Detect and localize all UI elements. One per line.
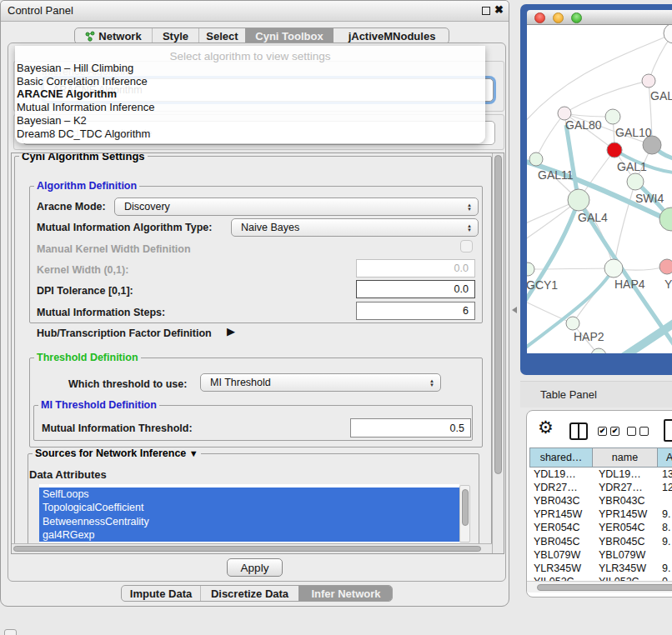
algorithm-option[interactable]: Bayesian – K2 [17, 114, 87, 128]
close-traffic-icon[interactable] [534, 12, 545, 23]
network-node[interactable] [566, 317, 579, 330]
gear-icon[interactable]: ⚙ [538, 418, 554, 438]
tab-impute-data[interactable]: Impute Data [122, 586, 200, 601]
table-hscrollbar[interactable] [527, 581, 672, 592]
mi-steps-label: Mutual Information Steps: [37, 307, 165, 318]
network-node[interactable] [659, 259, 672, 274]
attribute-list-scrollbar[interactable] [459, 485, 470, 542]
attribute-list-item[interactable]: SelfLoops [39, 488, 459, 501]
table-header: shared… name A [529, 448, 672, 468]
tab-jactivemnodules[interactable]: jActiveMNodules [333, 28, 449, 43]
float-window-icon[interactable] [482, 7, 490, 15]
network-node[interactable] [529, 152, 543, 166]
network-node-label: SWI4 [635, 192, 664, 205]
algorithm-option[interactable]: Bayesian – Hill Climbing [17, 62, 133, 75]
which-threshold-combo[interactable]: MI Threshold ▲▼ [200, 373, 441, 392]
aracne-mode-combo[interactable]: Discovery ▲▼ [114, 198, 479, 216]
minimize-traffic-icon[interactable] [553, 12, 564, 23]
network-node[interactable] [642, 74, 655, 88]
network-window-titlebar[interactable] [527, 10, 672, 25]
table-row[interactable]: YBR043CYBR043C [529, 494, 672, 508]
network-node-label: GAL11 [538, 168, 574, 182]
deselect-all-checkboxes-icon[interactable] [627, 427, 649, 436]
hub-definition-label[interactable]: Hub/Transcription Factor Definition [37, 328, 212, 339]
settings-vscrollbar[interactable] [492, 153, 504, 553]
expand-arrow-icon[interactable]: ▶ [227, 325, 235, 338]
attribute-list-item[interactable]: TopologicalCoefficient [39, 501, 459, 514]
attribute-list-item[interactable]: gal4RGexp [39, 528, 459, 542]
network-edge-highlighted[interactable] [527, 200, 579, 308]
network-edge-highlighted[interactable] [566, 125, 579, 200]
network-node-label: GAL80 [565, 118, 602, 132]
zoom-traffic-icon[interactable] [571, 12, 582, 23]
table-cell: YBR043C [534, 495, 580, 507]
table-row[interactable]: YER054CYER054C8. [529, 521, 672, 534]
cyni-algorithm-settings-title: Cyni Algorithm Settings [19, 152, 148, 162]
settings-scrollpane: Cyni Algorithm Settings Algorithm Defini… [11, 152, 504, 554]
table-cell: 13 [662, 468, 672, 480]
mi-type-combo[interactable]: Naive Bayes ▲▼ [231, 218, 479, 237]
kernel-width-input[interactable]: 0.0 [356, 259, 475, 278]
tab-infer-network[interactable]: Infer Network [298, 586, 393, 601]
table-panel-title: Table Panel [540, 388, 597, 401]
table-cell: YBR045C [599, 536, 645, 548]
table-row[interactable]: YDR27…YDR27…12 [529, 481, 672, 494]
dpi-tolerance-input[interactable]: 0.0 [356, 280, 475, 298]
network-node[interactable] [605, 109, 620, 124]
manual-kernel-checkbox[interactable] [460, 240, 473, 252]
select-all-checkboxes-icon[interactable]: ✔ ✔ [598, 427, 619, 436]
tab-select[interactable]: Select [198, 28, 245, 43]
control-panel-tabs: NetworkStyleSelectCyni ToolboxjActiveMNo… [74, 28, 449, 44]
combo-arrows-icon: ▲▼ [467, 203, 472, 211]
network-node[interactable] [527, 262, 534, 276]
network-canvas[interactable]: GALGAL80GAL10GAL1GAL11SWI4GAL4GCY1HAP4YH… [527, 25, 672, 353]
table-row[interactable]: YPR145WYPR145W9. [529, 508, 672, 521]
algorithm-option[interactable]: ARACNE Algorithm [17, 88, 117, 101]
network-node[interactable] [604, 259, 623, 278]
cytopanel-corner-icon[interactable] [4, 629, 17, 635]
settings-hscrollbar[interactable] [12, 543, 492, 553]
close-icon[interactable]: ✖ [494, 3, 504, 16]
network-node-label: Y [664, 278, 672, 291]
column-header-third[interactable]: A [657, 448, 672, 468]
sources-title[interactable]: Sources for Network Inference ▼ [33, 448, 201, 459]
network-edge[interactable] [536, 113, 564, 159]
table-cell: YPR145W [534, 508, 582, 520]
network-node[interactable] [664, 25, 672, 43]
table-row[interactable]: YDL19…YDL19…13 [529, 468, 672, 481]
table-cell: YBL079W [599, 549, 645, 561]
table-row[interactable]: YBR045CYBR045C9. [529, 535, 672, 548]
columns-icon[interactable] [569, 422, 588, 440]
network-edge[interactable] [528, 268, 614, 269]
table-row[interactable]: YBL079WYBL079W [529, 548, 672, 562]
network-node[interactable] [607, 142, 622, 158]
network-edge[interactable] [527, 300, 573, 323]
document-icon[interactable] [664, 419, 672, 442]
algorithm-option[interactable]: Basic Correlation Inference [17, 75, 148, 88]
cyni-bottom-tabs: Impute DataDiscretize DataInfer Network [121, 585, 393, 602]
algorithm-option[interactable]: Mutual Information Inference [17, 101, 154, 114]
network-node-label: GAL1 [617, 160, 647, 173]
table-row[interactable]: YLR345WYLR345W9. [529, 562, 672, 575]
splitter-arrow-icon[interactable] [512, 307, 517, 313]
table-panel-titlebar[interactable]: Table Panel [520, 381, 672, 408]
network-node[interactable] [568, 189, 589, 211]
network-node[interactable] [627, 173, 644, 190]
tab-discretize-data[interactable]: Discretize Data [200, 586, 298, 601]
tab-network[interactable]: Network [75, 28, 152, 43]
column-header-shared-name[interactable]: shared… [529, 448, 593, 468]
network-edge-highlighted[interactable] [619, 317, 672, 353]
mi-threshold-input[interactable]: 0.5 [350, 418, 471, 438]
network-edge[interactable] [564, 81, 649, 113]
apply-button[interactable]: Apply [227, 558, 283, 577]
column-header-name[interactable]: name [592, 448, 658, 468]
attribute-list-item[interactable]: BetweennessCentrality [39, 515, 459, 528]
algorithm-option[interactable]: Dream8 DC_TDC Algorithm [17, 128, 150, 141]
collapse-arrow-icon[interactable]: ▼ [189, 448, 198, 458]
network-node-label: HAP4 [614, 278, 645, 291]
mi-steps-input[interactable]: 6 [356, 302, 475, 320]
control-panel-titlebar[interactable]: Control Panel ✖ [1, 1, 509, 22]
tab-style[interactable]: Style [152, 28, 198, 43]
table-cell: 9. [662, 562, 670, 574]
tab-cyni-toolbox[interactable]: Cyni Toolbox [245, 28, 333, 43]
